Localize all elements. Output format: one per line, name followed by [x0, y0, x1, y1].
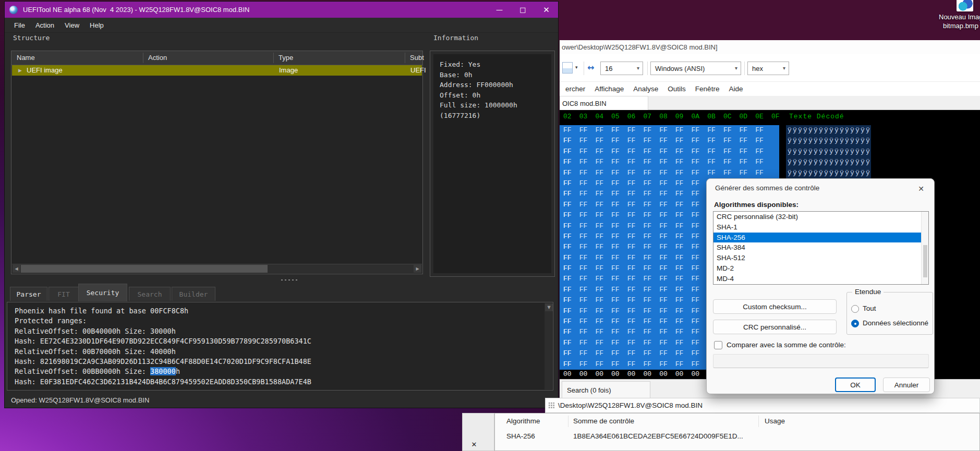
- hex-byte[interactable]: FF: [659, 295, 675, 306]
- scroll-right-icon[interactable]: ▶: [414, 265, 421, 273]
- hex-byte[interactable]: FF: [675, 178, 692, 189]
- hex-byte[interactable]: FF: [611, 359, 627, 370]
- hex-byte[interactable]: FF: [643, 189, 659, 199]
- horizontal-splitter[interactable]: [280, 278, 298, 282]
- algorithm-option[interactable]: MD-4: [713, 274, 928, 284]
- hex-byte[interactable]: FF: [563, 242, 579, 252]
- hex-byte[interactable]: FF: [659, 306, 675, 316]
- hex-byte[interactable]: FF: [659, 263, 675, 274]
- hex-byte[interactable]: FF: [563, 263, 579, 274]
- hex-byte[interactable]: FF: [692, 327, 708, 337]
- hex-byte[interactable]: FF: [611, 327, 627, 337]
- hex-byte[interactable]: FF: [611, 253, 627, 263]
- hex-byte[interactable]: FF: [563, 295, 579, 306]
- algorithm-listbox[interactable]: CRC personnalisé (32-bit)SHA-1SHA-256SHA…: [713, 211, 929, 285]
- hex-byte[interactable]: FF: [611, 274, 627, 284]
- tab-search[interactable]: Search: [129, 287, 171, 301]
- hex-byte[interactable]: FF: [579, 274, 596, 284]
- hex-byte[interactable]: FF: [627, 338, 644, 348]
- hex-byte[interactable]: FF: [595, 306, 611, 316]
- hex-byte[interactable]: FF: [563, 189, 579, 199]
- column-header-action[interactable]: Action: [148, 54, 167, 62]
- hex-byte[interactable]: 00: [579, 370, 596, 379]
- hex-byte[interactable]: FF: [579, 242, 596, 252]
- hex-byte[interactable]: FF: [659, 221, 675, 231]
- ok-button[interactable]: OK: [835, 377, 876, 392]
- hex-byte[interactable]: FF: [675, 157, 692, 167]
- hex-byte[interactable]: FF: [723, 147, 740, 157]
- custom-crc-button[interactable]: CRC personnalisé...: [713, 320, 837, 334]
- hex-byte[interactable]: FF: [595, 136, 611, 146]
- tab-builder[interactable]: Builder: [172, 287, 215, 301]
- radio-all[interactable]: [851, 305, 859, 313]
- hex-byte[interactable]: FF: [579, 178, 596, 189]
- menu-item-help[interactable]: Help: [84, 21, 109, 29]
- encoding-select[interactable]: Windows (ANSI) ▾: [650, 62, 741, 75]
- hex-byte[interactable]: FF: [675, 242, 692, 252]
- offset-base-select[interactable]: hex ▾: [747, 62, 789, 75]
- hex-byte[interactable]: FF: [707, 125, 723, 136]
- hex-byte[interactable]: FF: [611, 210, 627, 221]
- column-header-type[interactable]: Type: [279, 54, 293, 62]
- tab-fit[interactable]: FIT: [49, 287, 79, 301]
- file-dropdown-caret-icon[interactable]: ▾: [575, 65, 578, 70]
- hex-byte[interactable]: FF: [643, 316, 659, 327]
- hex-byte[interactable]: FF: [579, 157, 596, 167]
- hex-byte[interactable]: FF: [659, 348, 675, 359]
- compare-checkbox-label[interactable]: Comparer avec la somme de contrôle:: [727, 341, 846, 349]
- hex-byte[interactable]: FF: [675, 316, 692, 327]
- hex-byte[interactable]: FF: [740, 168, 756, 178]
- menu-item-ercher[interactable]: ercher: [561, 85, 590, 93]
- hex-byte[interactable]: FF: [579, 253, 596, 263]
- hex-byte[interactable]: FF: [611, 147, 627, 157]
- expand-arrow-icon[interactable]: ▶: [18, 68, 22, 73]
- hex-byte[interactable]: 00: [563, 370, 579, 379]
- hex-byte[interactable]: FF: [611, 263, 627, 274]
- hex-byte[interactable]: FF: [740, 125, 756, 136]
- list-scrollbar-thumb[interactable]: [923, 245, 927, 277]
- hex-byte[interactable]: FF: [611, 295, 627, 306]
- hex-byte[interactable]: FF: [740, 147, 756, 157]
- menu-item-outils[interactable]: Outils: [663, 85, 691, 93]
- hex-byte[interactable]: FF: [692, 189, 708, 199]
- hex-byte[interactable]: FF: [579, 263, 596, 274]
- hex-byte[interactable]: FF: [579, 221, 596, 231]
- tree-row-uefi-image[interactable]: ▶ UEFI image Image UEFI: [12, 65, 422, 76]
- hex-byte[interactable]: FF: [595, 168, 611, 178]
- hex-byte[interactable]: FF: [643, 168, 659, 178]
- algorithm-option[interactable]: SHA-384: [713, 242, 928, 253]
- decoded-row[interactable]: ÿÿÿÿÿÿÿÿÿÿÿÿÿÿÿÿ: [788, 147, 871, 157]
- hex-byte[interactable]: FF: [579, 125, 596, 136]
- minimize-icon[interactable]: —: [488, 2, 511, 18]
- hex-byte[interactable]: FF: [659, 147, 675, 157]
- radio-selected-data[interactable]: [851, 320, 859, 327]
- hex-byte[interactable]: FF: [627, 210, 644, 221]
- hex-byte[interactable]: FF: [675, 295, 692, 306]
- hex-byte[interactable]: FF: [675, 210, 692, 221]
- hex-row[interactable]: FFFFFFFFFFFFFFFFFFFFFFFFFFFF: [563, 157, 779, 167]
- hex-byte[interactable]: FF: [595, 157, 611, 167]
- hex-byte[interactable]: FF: [675, 147, 692, 157]
- hex-byte[interactable]: FF: [740, 157, 756, 167]
- hex-byte[interactable]: FF: [579, 168, 596, 178]
- decoded-row[interactable]: ÿÿÿÿÿÿÿÿÿÿÿÿÿÿÿÿ: [788, 125, 871, 136]
- scroll-down-icon[interactable]: ▼: [545, 303, 553, 311]
- hex-byte[interactable]: 00: [659, 370, 675, 379]
- tree-horizontal-scrollbar[interactable]: ◀ ▶: [12, 264, 422, 273]
- hex-byte[interactable]: FF: [659, 189, 675, 199]
- hex-byte[interactable]: FF: [659, 157, 675, 167]
- hex-row[interactable]: FFFFFFFFFFFFFFFFFFFFFFFFFFFF: [563, 125, 779, 136]
- hex-byte[interactable]: FF: [675, 253, 692, 263]
- hex-byte[interactable]: FF: [627, 359, 644, 370]
- hex-byte[interactable]: FF: [659, 253, 675, 263]
- menu-item-action[interactable]: Action: [30, 21, 59, 29]
- hex-byte[interactable]: FF: [611, 125, 627, 136]
- hex-byte[interactable]: FF: [595, 316, 611, 327]
- hex-byte[interactable]: FF: [595, 274, 611, 284]
- hex-byte[interactable]: FF: [595, 210, 611, 221]
- hex-byte[interactable]: FF: [659, 327, 675, 337]
- hex-byte[interactable]: FF: [627, 125, 644, 136]
- hex-byte[interactable]: FF: [611, 189, 627, 199]
- hex-byte[interactable]: FF: [595, 295, 611, 306]
- hex-byte[interactable]: FF: [675, 168, 692, 178]
